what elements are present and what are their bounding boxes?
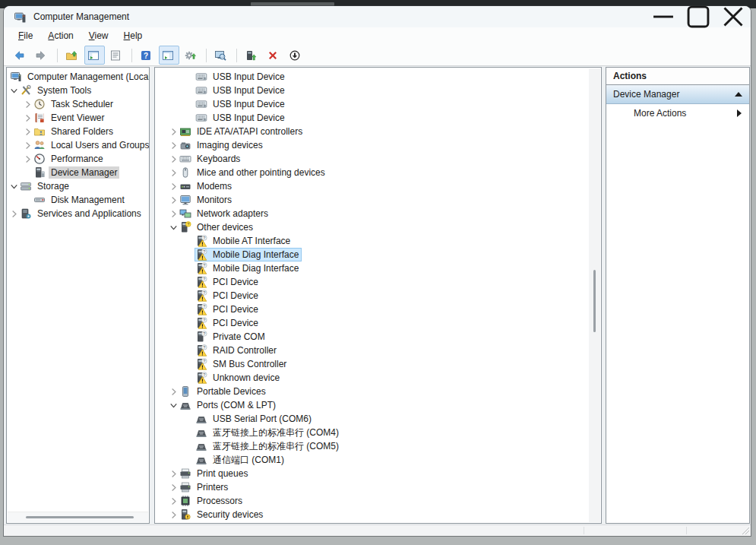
chevron-down-icon[interactable] xyxy=(168,222,179,233)
chevron-right-icon[interactable] xyxy=(22,154,33,165)
tree-item-usb-input-device[interactable]: USB Input Device xyxy=(155,97,601,111)
tree-item-mobile-diag-interface[interactable]: ?Mobile Diag Interface xyxy=(155,261,601,275)
tree-item-ide-ata-atapi-controllers[interactable]: IDE ATA/ATAPI controllers xyxy=(155,125,601,138)
chevron-right-icon[interactable] xyxy=(168,167,179,179)
tree-item-usb-input-device[interactable]: USB Input Device xyxy=(155,111,601,125)
toolbar-action-pane-toggle-button[interactable] xyxy=(159,46,179,65)
serial-port-icon xyxy=(195,454,207,466)
toolbar-folder-up-button[interactable] xyxy=(62,46,83,65)
device-manager-icon xyxy=(33,166,46,179)
chevron-down-icon[interactable] xyxy=(8,181,20,192)
tree-item-pci-device[interactable]: ?PCI Device xyxy=(155,289,601,303)
chevron-right-icon[interactable] xyxy=(168,482,179,493)
tree-item-task-scheduler[interactable]: Task Scheduler xyxy=(7,97,149,111)
vertical-scrollbar[interactable] xyxy=(589,68,600,522)
chevron-right-icon[interactable] xyxy=(168,509,179,521)
more-actions-item[interactable]: More Actions xyxy=(606,104,749,122)
tree-item-monitors[interactable]: Monitors xyxy=(155,193,601,207)
chevron-right-icon[interactable] xyxy=(168,208,179,220)
tree-item-private-com[interactable]: ?Private COM xyxy=(155,330,601,344)
tree-item-printers[interactable]: Printers xyxy=(155,480,601,494)
tree-item-raid-controller[interactable]: ?RAID Controller xyxy=(155,344,601,357)
tree-item-storage[interactable]: Storage xyxy=(7,179,149,193)
tree-item-security-devices[interactable]: Security devices xyxy=(155,508,601,521)
tree-item-portable-devices[interactable]: Portable Devices xyxy=(155,385,601,398)
toolbar-scan-hardware-button[interactable] xyxy=(211,46,232,65)
tree-item-mobile-at-interface[interactable]: ?Mobile AT Interface xyxy=(155,234,601,248)
tree-item-com5[interactable]: 蓝牙链接上的标准串行 (COM5) xyxy=(155,439,601,453)
tree-item-local-users-and-groups[interactable]: Local Users and Groups xyxy=(7,138,149,152)
menu-view[interactable]: View xyxy=(81,28,116,44)
toolbar-back-button[interactable] xyxy=(10,46,30,65)
toolbar-disable-device-button[interactable] xyxy=(286,46,306,65)
tree-item-shared-folders[interactable]: Shared Folders xyxy=(7,125,149,138)
tree-item-event-viewer[interactable]: Event Viewer xyxy=(7,111,149,125)
tree-item-print-queues[interactable]: Print queues xyxy=(155,467,601,480)
tree-item-system-tools[interactable]: System Tools xyxy=(7,84,149,97)
chevron-right-icon[interactable] xyxy=(168,386,179,398)
chevron-right-icon[interactable] xyxy=(22,140,33,151)
toolbar-uninstall-button[interactable] xyxy=(264,46,284,65)
tree-item-services-and-applications[interactable]: Services and Applications xyxy=(7,207,149,220)
resize-grip[interactable] xyxy=(742,527,749,534)
tree-item-imaging-devices[interactable]: Imaging devices xyxy=(155,138,601,152)
toolbar-update-driver-button[interactable] xyxy=(181,46,201,65)
tree-item-performance[interactable]: Performance xyxy=(7,152,149,166)
menu-action[interactable]: Action xyxy=(40,28,81,44)
tree-item-network-adapters[interactable]: Network adapters xyxy=(155,207,601,220)
tree-item-unknown-device[interactable]: ?Unknown device xyxy=(155,371,601,385)
close-button[interactable] xyxy=(716,6,751,27)
tree-item-item[interactable] xyxy=(155,521,601,524)
horizontal-scrollbar[interactable] xyxy=(8,512,148,522)
chevron-right-icon[interactable] xyxy=(22,99,33,110)
chevron-down-icon[interactable] xyxy=(168,400,179,411)
tree-item-com1[interactable]: 通信端口 (COM1) xyxy=(155,453,601,467)
chevron-right-icon[interactable] xyxy=(168,140,179,151)
chevron-down-icon[interactable] xyxy=(8,85,20,97)
tree-item-mice-and-other-pointing-devices[interactable]: Mice and other pointing devices xyxy=(155,166,601,179)
tree-item-processors[interactable]: Processors xyxy=(155,494,601,508)
chevron-right-icon[interactable] xyxy=(168,126,179,138)
toolbar-help-button[interactable]: ? xyxy=(137,46,157,65)
chevron-right-icon[interactable] xyxy=(168,195,179,206)
tree-item-disk-management[interactable]: Disk Management xyxy=(7,193,149,207)
tree-item-sm-bus-controller[interactable]: ?SM Bus Controller xyxy=(155,357,601,371)
tree-item-com4[interactable]: 蓝牙链接上的标准串行 (COM4) xyxy=(155,426,601,439)
tree-item-device-manager[interactable]: Device Manager xyxy=(7,166,149,179)
chevron-right-icon[interactable] xyxy=(168,468,179,480)
tree-item-computer-management-local[interactable]: Computer Management (Local xyxy=(7,70,149,84)
statusbar-divider xyxy=(584,527,584,534)
maximize-button[interactable] xyxy=(681,6,716,27)
tree-item-modems[interactable]: Modems xyxy=(155,179,601,193)
toolbar-console-tree-toggle-button[interactable] xyxy=(84,46,105,65)
vertical-scrollbar-thumb[interactable] xyxy=(593,270,596,332)
tree-item-ports-com-lpt[interactable]: Ports (COM & LPT) xyxy=(155,398,601,412)
collapse-caret-icon[interactable] xyxy=(735,92,742,97)
actions-group-device-manager[interactable]: Device Manager xyxy=(606,85,749,104)
tree-item-usb-input-device[interactable]: USB Input Device xyxy=(155,70,601,84)
chevron-right-icon[interactable] xyxy=(168,523,179,524)
svg-text:?: ? xyxy=(187,222,189,227)
chevron-right-icon[interactable] xyxy=(8,208,20,220)
toolbar-pc-update-button[interactable] xyxy=(242,46,262,65)
chevron-right-icon[interactable] xyxy=(22,126,33,138)
menu-file[interactable]: File xyxy=(11,28,40,44)
tree-item-keyboards[interactable]: Keyboards xyxy=(155,152,601,166)
tree-item-pci-device[interactable]: ?PCI Device xyxy=(155,316,601,330)
tree-item-pci-device[interactable]: ?PCI Device xyxy=(155,303,601,316)
chevron-right-icon[interactable] xyxy=(168,496,179,507)
menu-help[interactable]: Help xyxy=(116,28,150,44)
minimize-button[interactable] xyxy=(646,6,681,27)
tree-item-usb-input-device[interactable]: USB Input Device xyxy=(155,84,601,97)
tree-item-other-devices[interactable]: ?Other devices xyxy=(155,220,601,234)
toolbar-properties-button[interactable] xyxy=(106,46,127,65)
chevron-right-icon[interactable] xyxy=(168,154,179,165)
chevron-right-icon[interactable] xyxy=(22,112,33,124)
tree-item-pci-device[interactable]: ?PCI Device xyxy=(155,275,601,289)
chevron-right-icon[interactable] xyxy=(168,181,179,192)
tree-item-mobile-diag-interface[interactable]: ?Mobile Diag Interface xyxy=(155,248,601,261)
tree-item-usb-serial-port-com6[interactable]: USB Serial Port (COM6) xyxy=(155,412,601,426)
usb-input-icon xyxy=(195,71,207,83)
toolbar-forward-button[interactable] xyxy=(32,46,52,65)
horizontal-scrollbar-thumb[interactable] xyxy=(26,516,134,518)
